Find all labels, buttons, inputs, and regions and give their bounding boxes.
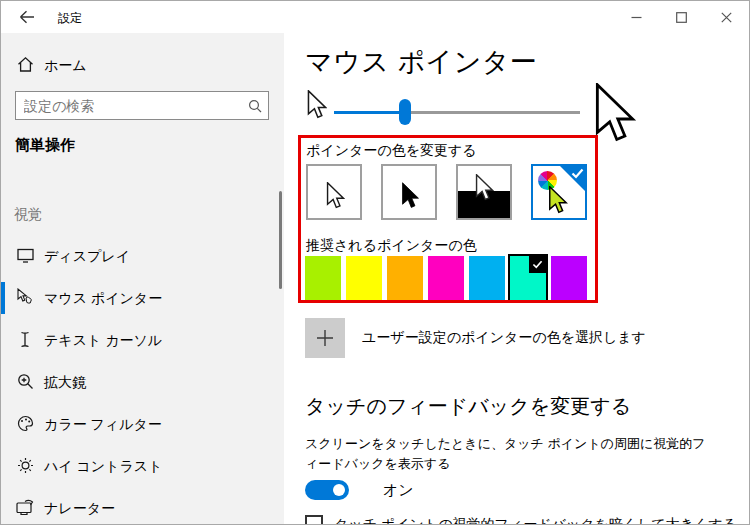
titlebar: 設定 — [1, 1, 749, 33]
magnifier-icon — [16, 372, 34, 390]
minimize-button[interactable] — [614, 1, 659, 33]
search-box[interactable] — [15, 91, 269, 120]
search-icon — [242, 99, 268, 113]
back-button[interactable] — [13, 6, 41, 28]
app-title: 設定 — [58, 10, 82, 27]
sidebar-item-narrator[interactable]: ナレーター — [1, 490, 284, 525]
sidebar-item-label: マウス ポインター — [44, 290, 162, 308]
back-arrow-icon — [19, 10, 35, 24]
pointer-option-black[interactable] — [381, 164, 437, 220]
white-cursor-icon — [326, 182, 345, 209]
pointer-color-label: ポインターの色を変更する — [306, 142, 477, 160]
sidebar-item-label: カラー フィルター — [44, 416, 162, 434]
toggle-knob — [333, 484, 345, 496]
settings-window: 設定 ホーム — [0, 0, 750, 525]
sidebar-item-home[interactable]: ホーム — [1, 47, 284, 83]
color-filter-icon — [16, 414, 34, 432]
high-contrast-icon — [16, 456, 34, 474]
color-swatch-lime[interactable] — [305, 256, 341, 300]
suggested-color-swatches — [305, 256, 587, 300]
text-cursor-icon — [16, 330, 34, 348]
color-swatch-orange[interactable] — [387, 256, 423, 300]
sidebar-item-magnifier[interactable]: 拡大鏡 — [1, 364, 284, 400]
touch-feedback-heading: タッチのフィードバックを変更する — [305, 393, 631, 420]
pointer-option-custom-color[interactable] — [531, 164, 587, 220]
sidebar-home-label: ホーム — [44, 57, 87, 75]
touch-feedback-toggle[interactable] — [305, 480, 349, 500]
pointer-option-inverted[interactable] — [456, 164, 512, 220]
window-controls — [614, 1, 749, 33]
small-pointer-preview-icon — [307, 90, 327, 119]
darker-feedback-checkbox-row: タッチ ポイントの視覚的フィードバックを暗くして大きくする — [305, 515, 737, 525]
sidebar-section-title: 簡単操作 — [15, 136, 75, 155]
color-swatch-blue[interactable] — [469, 256, 505, 300]
sidebar-item-mouse-pointer[interactable]: マウス ポインター — [1, 280, 284, 316]
pointer-size-slider-track[interactable] — [334, 111, 580, 114]
sidebar-scrollbar[interactable] — [279, 191, 282, 289]
sidebar-item-text-cursor[interactable]: テキスト カーソル — [1, 322, 284, 358]
color-swatch-purple[interactable] — [551, 256, 587, 300]
sidebar-item-label: 拡大鏡 — [44, 374, 86, 392]
inverted-cursor-icon — [475, 174, 494, 201]
swatch-check-badge — [529, 256, 546, 273]
custom-color-label: ユーザー設定のポインターの色を選択します — [362, 329, 646, 347]
close-icon — [721, 12, 732, 23]
display-icon — [16, 246, 34, 264]
darker-feedback-label: タッチ ポイントの視覚的フィードバックを暗くして大きくする — [334, 515, 737, 525]
sidebar-item-label: ハイ コントラスト — [44, 458, 163, 476]
color-swatch-springgreen-selected[interactable] — [510, 256, 546, 300]
plus-icon — [315, 328, 335, 348]
touch-feedback-toggle-row: オン — [305, 480, 414, 500]
mouse-pointer-icon — [16, 288, 34, 306]
darker-feedback-checkbox[interactable] — [305, 515, 323, 525]
page-title: マウス ポインター — [305, 44, 537, 80]
close-button[interactable] — [704, 1, 749, 33]
black-cursor-icon — [401, 182, 420, 209]
check-icon — [532, 260, 543, 269]
selected-check-icon — [571, 168, 584, 179]
sidebar-item-high-contrast[interactable]: ハイ コントラスト — [1, 448, 284, 484]
toggle-state-label: オン — [383, 481, 414, 500]
color-swatch-magenta[interactable] — [428, 256, 464, 300]
main-pane: マウス ポインター ポインターの色を変更する — [284, 33, 749, 524]
pick-custom-color-button[interactable] — [305, 318, 345, 358]
sidebar-item-label: テキスト カーソル — [44, 332, 162, 350]
sidebar-item-display[interactable]: ディスプレイ — [1, 238, 284, 274]
mouse-cursor-arrow — [589, 83, 641, 143]
pointer-option-white[interactable] — [306, 164, 362, 220]
suggested-colors-label: 推奨されるポインターの色 — [306, 237, 477, 255]
search-input[interactable] — [16, 98, 242, 114]
touch-feedback-description: スクリーンをタッチしたときに、タッチ ポイントの周囲に視覚的フィードバックを表示… — [305, 434, 713, 474]
pointer-size-slider-thumb[interactable] — [399, 99, 411, 125]
sidebar-item-color-filter[interactable]: カラー フィルター — [1, 406, 284, 442]
maximize-button[interactable] — [659, 1, 704, 33]
custom-color-row: ユーザー設定のポインターの色を選択します — [305, 318, 646, 358]
pointer-color-options — [306, 164, 587, 220]
sidebar-group-label: 視覚 — [14, 206, 42, 224]
slider-fill — [334, 111, 405, 114]
narrator-icon — [16, 498, 34, 516]
minimize-icon — [631, 12, 642, 23]
color-swatch-yellow[interactable] — [346, 256, 382, 300]
home-icon — [16, 55, 34, 73]
sidebar: ホーム 簡単操作 視覚 ディスプレイ マウス ポインター — [1, 33, 284, 524]
sidebar-item-label: ナレーター — [44, 500, 115, 518]
sidebar-item-label: ディスプレイ — [44, 248, 130, 266]
maximize-icon — [676, 12, 687, 23]
